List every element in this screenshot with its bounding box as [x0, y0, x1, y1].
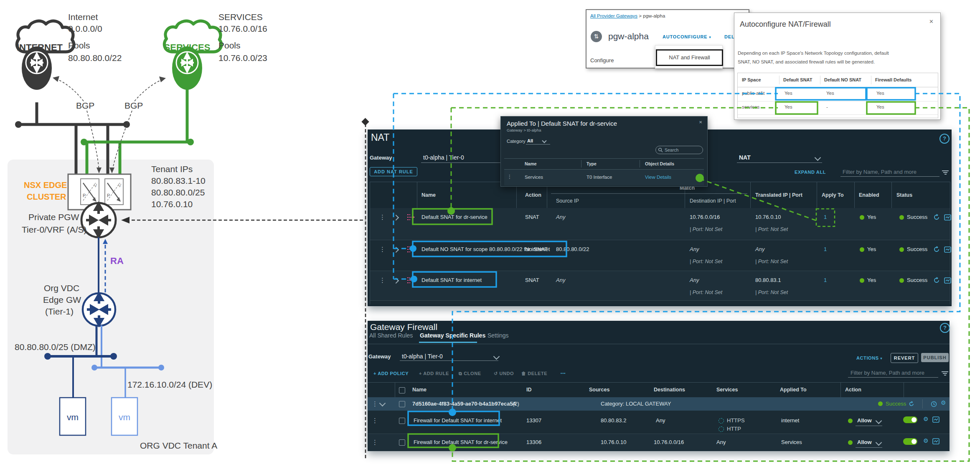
- fw-gateway-select[interactable]: t0-alpha | Tier-0: [402, 353, 443, 360]
- breadcrumb-link[interactable]: All Provider Gateways: [590, 13, 637, 18]
- gear-icon[interactable]: ⚙: [941, 399, 946, 406]
- fw-rule-row[interactable]: ⋮ Firewall for Default SNAT for internet…: [368, 411, 950, 434]
- gear-icon[interactable]: ⚙: [923, 437, 929, 444]
- publish-button[interactable]: PUBLISH: [921, 353, 949, 362]
- row-menu-icon[interactable]: ⋮: [372, 439, 378, 446]
- row-menu-icon[interactable]: ⋮: [379, 246, 386, 253]
- expand-all-link[interactable]: EXPAND ALL: [795, 170, 826, 175]
- refresh-icon[interactable]: [909, 401, 914, 407]
- rule-checkbox[interactable]: [399, 418, 405, 424]
- clock-icon[interactable]: [931, 401, 937, 407]
- add-policy-button[interactable]: + ADD POLICY: [373, 371, 409, 376]
- chevron-expand-icon[interactable]: [393, 278, 399, 284]
- more-actions-icon[interactable]: •••: [561, 371, 566, 376]
- col-apply-to[interactable]: Apply To: [822, 192, 844, 198]
- rule-name[interactable]: Firewall for Default SNAT for internet: [414, 417, 502, 424]
- category-select[interactable]: All: [527, 138, 533, 143]
- rule-service[interactable]: Any: [716, 439, 726, 445]
- col-name[interactable]: Name: [412, 387, 427, 393]
- stats-icon[interactable]: [944, 277, 951, 284]
- col-id[interactable]: ID: [526, 387, 532, 393]
- row-menu-icon[interactable]: ⋮: [379, 213, 386, 221]
- fw-filter-input[interactable]: Filter by Name, Path and more: [851, 370, 924, 376]
- tab-all-shared-rules[interactable]: All Shared Rules: [369, 332, 413, 339]
- delete-menu[interactable]: DEL: [724, 34, 734, 39]
- rule-destinations[interactable]: Any: [656, 417, 665, 424]
- col-applied-to[interactable]: Applied To: [780, 387, 807, 393]
- tab-settings[interactable]: Settings: [487, 332, 509, 339]
- refresh-icon[interactable]: [933, 277, 940, 284]
- col-destinations[interactable]: Destinations: [654, 387, 685, 393]
- rule-service[interactable]: HTTPS: [727, 417, 745, 424]
- revert-button[interactable]: REVERT: [891, 353, 918, 363]
- view-details-link[interactable]: View Details: [645, 175, 671, 180]
- refresh-icon[interactable]: [933, 214, 940, 221]
- rule-action-select[interactable]: Allow: [857, 439, 872, 445]
- search-input[interactable]: Search: [655, 146, 703, 154]
- rule-enabled-toggle[interactable]: [903, 416, 917, 423]
- refresh-icon[interactable]: [933, 246, 940, 253]
- stats-icon[interactable]: [944, 214, 951, 221]
- col-sources[interactable]: Sources: [589, 387, 609, 393]
- rule-apply-to-link[interactable]: 1: [824, 277, 827, 283]
- rule-destinations[interactable]: 10.76.0.0/16: [654, 439, 684, 445]
- add-nat-rule-button[interactable]: ADD NAT RULE: [370, 167, 417, 176]
- select-all-checkbox[interactable]: [399, 387, 405, 393]
- rule-service[interactable]: HTTP: [727, 426, 741, 432]
- rule-enabled-toggle[interactable]: [903, 438, 917, 445]
- help-icon[interactable]: ?: [939, 134, 950, 144]
- rule-name[interactable]: Default SNAT for dr-service: [421, 214, 487, 220]
- row-menu-icon[interactable]: ⋮: [372, 417, 378, 424]
- col-name[interactable]: Name: [421, 192, 436, 198]
- chevron-expand-icon[interactable]: [393, 247, 399, 253]
- policy-checkbox[interactable]: [399, 401, 405, 407]
- col-destination[interactable]: Destination IP | Port: [690, 198, 736, 204]
- col-translated[interactable]: Translated IP | Port: [755, 192, 802, 198]
- col-source[interactable]: Source IP: [556, 198, 579, 204]
- rule-applied-to[interactable]: Services: [781, 439, 802, 445]
- rule-apply-to-link[interactable]: 1: [824, 246, 827, 252]
- rule-applied-to[interactable]: internet: [781, 417, 799, 424]
- autoconfigure-menu[interactable]: AUTOCONFIGURE ▾: [663, 34, 711, 39]
- rule-action-select[interactable]: Allow: [857, 417, 872, 424]
- nat-filter-input[interactable]: Filter by Name, Path and more: [843, 169, 917, 175]
- fw-policy-row[interactable]: ⋮ 7d5160ae-4f83-4a59-ae70-b4a1b97eca54 (…: [368, 397, 950, 411]
- chevron-down-icon[interactable]: [379, 400, 386, 407]
- nat-rule-row[interactable]: ⋮ Default SNAT for dr-service SNAT Any 1…: [370, 208, 950, 240]
- rule-apply-to-link[interactable]: 1: [824, 214, 827, 220]
- help-icon[interactable]: ?: [940, 323, 950, 333]
- row-menu-icon[interactable]: ⋮: [372, 400, 378, 408]
- ip-space-row[interactable]: services Yes - Yes: [738, 101, 938, 115]
- applied-to-row[interactable]: ⋮ Services T0 Interface View Details: [504, 170, 704, 185]
- close-icon[interactable]: ✕: [929, 18, 934, 25]
- filter-icon[interactable]: [941, 370, 949, 376]
- col-services[interactable]: Services: [716, 387, 738, 393]
- rule-sources[interactable]: 10.76.0.10: [601, 439, 626, 445]
- nat-type-select[interactable]: NAT: [739, 154, 751, 161]
- row-menu-icon[interactable]: ⋮: [507, 174, 512, 180]
- stats-icon[interactable]: [944, 246, 951, 253]
- nat-and-firewall-menu-item[interactable]: NAT and Firewall: [656, 49, 723, 66]
- rule-sources[interactable]: 80.80.83.2: [601, 417, 626, 424]
- col-enabled[interactable]: Enabled: [859, 192, 879, 198]
- actions-menu[interactable]: ACTIONS ▾: [856, 355, 882, 360]
- fw-rule-row[interactable]: ⋮ Firewall for Default SNAT for dr-servi…: [368, 434, 950, 451]
- delete-button[interactable]: 🗑 DELETE: [521, 371, 547, 376]
- col-action[interactable]: Action: [525, 192, 541, 198]
- close-icon[interactable]: ✕: [699, 120, 702, 124]
- filter-icon[interactable]: [942, 170, 949, 175]
- policy-name[interactable]: 7d5160ae-4f83-4a59-ae70-b4a1b97eca54: [412, 401, 516, 407]
- rule-checkbox[interactable]: [399, 439, 405, 446]
- rule-name[interactable]: Firewall for Default SNAT for dr-service: [414, 439, 508, 445]
- nat-rule-row[interactable]: ⋮ Default NO SNAT for scope 80.80.80.0/2…: [370, 240, 950, 271]
- gear-icon[interactable]: ⚙: [923, 416, 929, 422]
- rule-name[interactable]: Default SNAT for internet: [421, 277, 482, 283]
- chevron-expand-icon[interactable]: [393, 215, 399, 221]
- row-menu-icon[interactable]: ⋮: [379, 277, 386, 284]
- add-rule-button[interactable]: + ADD RULE: [419, 371, 449, 376]
- stats-icon[interactable]: [932, 416, 939, 423]
- nat-gateway-select[interactable]: t0-alpha | Tier-0: [423, 154, 464, 161]
- ip-space-row[interactable]: public-at&t Yes Yes Yes: [738, 87, 938, 102]
- undo-button[interactable]: ↺ UNDO: [494, 371, 514, 376]
- tab-gateway-specific-rules[interactable]: Gateway Specific Rules: [420, 332, 485, 339]
